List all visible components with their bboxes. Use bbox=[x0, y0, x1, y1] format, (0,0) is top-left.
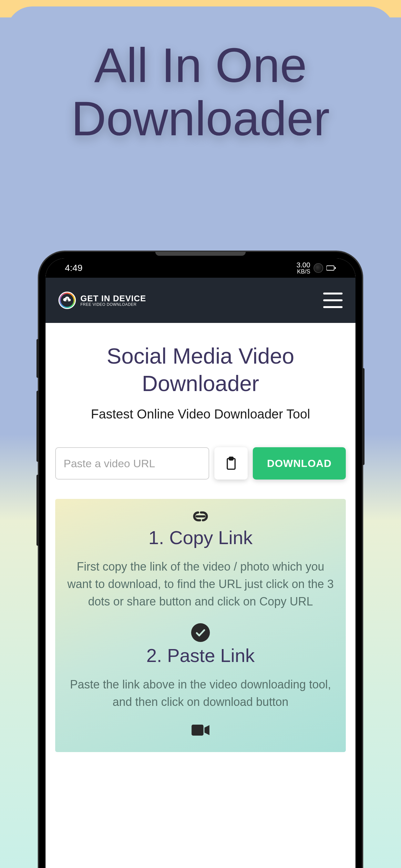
front-camera-icon bbox=[313, 263, 323, 273]
clipboard-icon bbox=[225, 457, 237, 470]
battery-icon bbox=[327, 265, 336, 271]
video-icon bbox=[62, 724, 339, 737]
menu-button[interactable] bbox=[323, 292, 343, 308]
step-paste-link: 2. Paste Link Paste the link above in th… bbox=[62, 623, 339, 711]
hero-title-line2: Downloader bbox=[71, 91, 330, 146]
cloud-download-icon bbox=[63, 296, 72, 306]
check-circle-icon bbox=[62, 623, 339, 642]
phone-side-button bbox=[362, 368, 365, 465]
app-bar: GET IN DEVICE FREE VIDEO DOWNLOADER bbox=[45, 278, 356, 323]
phone-side-button bbox=[36, 339, 39, 378]
status-time: 4:49 bbox=[65, 263, 83, 273]
svg-rect-3 bbox=[229, 457, 233, 460]
phone-side-button bbox=[36, 475, 39, 546]
logo-text: GET IN DEVICE FREE VIDEO DOWNLOADER bbox=[81, 294, 146, 306]
app-logo[interactable]: GET IN DEVICE FREE VIDEO DOWNLOADER bbox=[58, 291, 146, 309]
hero-title: All In One Downloader bbox=[0, 39, 401, 145]
svg-marker-6 bbox=[204, 725, 209, 735]
logo-icon bbox=[58, 291, 76, 309]
url-input[interactable] bbox=[55, 447, 209, 479]
step-copy-link: 1. Copy Link First copy the link of the … bbox=[62, 508, 339, 610]
logo-subtitle: FREE VIDEO DOWNLOADER bbox=[81, 303, 146, 306]
download-button[interactable]: DOWNLOAD bbox=[253, 447, 346, 479]
hamburger-line-icon bbox=[323, 306, 343, 308]
phone-frame: 4:49 3.00 KB/S bbox=[39, 252, 362, 868]
svg-rect-5 bbox=[191, 724, 204, 736]
step-description: First copy the link of the video / photo… bbox=[62, 558, 339, 610]
phone-side-button bbox=[36, 391, 39, 462]
download-form: DOWNLOAD bbox=[55, 447, 346, 479]
status-speed-unit: KB/S bbox=[297, 269, 310, 275]
status-speed-value: 3.00 bbox=[297, 261, 310, 269]
status-right: 3.00 KB/S bbox=[297, 261, 336, 275]
svg-rect-0 bbox=[327, 266, 334, 270]
step-title: 1. Copy Link bbox=[62, 527, 339, 548]
main-content: Social Media Video Downloader Fastest On… bbox=[45, 323, 356, 868]
status-bar: 4:49 3.00 KB/S bbox=[45, 258, 356, 278]
logo-title: GET IN DEVICE bbox=[81, 294, 146, 303]
step-title: 2. Paste Link bbox=[62, 645, 339, 666]
step-description: Paste the link above in the video downlo… bbox=[62, 676, 339, 711]
hamburger-line-icon bbox=[323, 299, 343, 301]
page-subtitle: Fastest Online Video Downloader Tool bbox=[55, 407, 346, 422]
steps-card: 1. Copy Link First copy the link of the … bbox=[55, 499, 346, 752]
svg-rect-1 bbox=[335, 267, 336, 269]
hamburger-line-icon bbox=[323, 292, 343, 294]
paste-button[interactable] bbox=[214, 447, 248, 479]
status-speed: 3.00 KB/S bbox=[297, 261, 310, 275]
link-icon bbox=[62, 508, 339, 524]
hero-title-line1: All In One bbox=[94, 38, 307, 92]
page-title: Social Media Video Downloader bbox=[55, 342, 346, 397]
step-download bbox=[62, 724, 339, 737]
phone-screen: 4:49 3.00 KB/S bbox=[45, 258, 356, 868]
phone-notch bbox=[155, 252, 246, 256]
